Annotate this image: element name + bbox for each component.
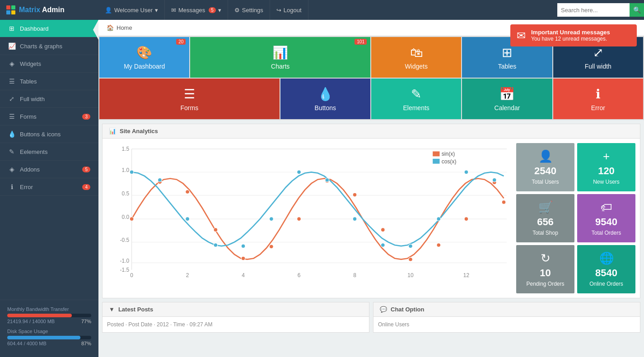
tile-icon: ✎ — [411, 87, 421, 102]
svg-text:2: 2 — [186, 272, 189, 278]
online-users-label: Online Users — [378, 321, 409, 328]
svg-point-36 — [130, 170, 134, 174]
user-icon: 👤 — [105, 7, 112, 14]
sidebar-label: Tables — [20, 78, 37, 85]
posts-icon: ▼ — [109, 306, 115, 313]
tile-badge: 101 — [355, 39, 367, 45]
svg-point-27 — [297, 217, 301, 221]
sidebar-item-addons[interactable]: ◈ Addons 5 — [0, 161, 98, 178]
disk-total: 4000 MB — [27, 341, 47, 346]
sidebar-item-widgets[interactable]: ◈ Widgets — [0, 55, 98, 73]
tile-calendar[interactable]: 📅 Calendar — [462, 79, 552, 119]
breadcrumb-home: Home — [117, 24, 132, 31]
sidebar-label: Full width — [20, 96, 45, 102]
topnav-items: 👤 Welcome User ▾ ✉ Messages 5 ▾ ⚙ Settin… — [98, 0, 644, 20]
sidebar-icon: 💧 — [8, 130, 15, 138]
logout-label: Logout — [284, 7, 302, 14]
settings-menu[interactable]: ⚙ Settings — [228, 0, 270, 20]
sidebar-item-charts-&-graphs[interactable]: 📈 Charts & graphs — [0, 37, 98, 55]
bandwidth-values: 21419.94 / 14000 MB — [7, 319, 55, 324]
svg-point-48 — [464, 170, 468, 174]
card-icon: ↻ — [541, 251, 551, 265]
svg-point-46 — [409, 244, 413, 248]
legend-cos: cos(x) — [442, 158, 457, 165]
card-label: Total Orders — [592, 230, 621, 236]
svg-point-49 — [492, 178, 496, 182]
sidebar-icon: ☰ — [8, 78, 15, 85]
latest-posts-header: ▼ Latest Posts — [103, 302, 369, 317]
gear-icon: ⚙ — [234, 7, 240, 14]
sidebar-label: Eelements — [20, 148, 47, 155]
sidebar-item-eelements[interactable]: ✎ Eelements — [0, 143, 98, 161]
sidebar-item-dashboard[interactable]: ⊞ Dashboard — [0, 20, 98, 37]
disk-values: 604.44 / 4000 MB — [7, 341, 47, 346]
sidebar-item-tables[interactable]: ☰ Tables — [0, 73, 98, 90]
sidebar-item-forms[interactable]: ☰ Forms 3 — [0, 108, 98, 125]
tile-label: Charts — [271, 63, 289, 70]
home-icon: 🏠 — [107, 24, 114, 31]
card-icon: 🌐 — [599, 251, 614, 265]
welcome-user-menu[interactable]: 👤 Welcome User ▾ — [98, 0, 165, 20]
dropdown-arrow: ▾ — [155, 7, 158, 14]
svg-text:-0.5: -0.5 — [120, 237, 129, 243]
sidebar-label: Addons — [20, 166, 40, 173]
svg-text:4: 4 — [242, 272, 245, 278]
tile-buttons[interactable]: 💧 Buttons — [280, 79, 370, 119]
sidebar-icon: ✎ — [8, 148, 15, 155]
bandwidth-bar-bg — [7, 314, 91, 317]
svg-text:-1.0: -1.0 — [120, 258, 129, 264]
tile-icon: ⤢ — [593, 45, 603, 60]
tile-elements[interactable]: ✎ Elements — [371, 79, 461, 119]
logo-yellow — [11, 10, 15, 14]
brand-logo — [6, 5, 15, 14]
tile-error[interactable]: ℹ Error — [553, 79, 643, 119]
stat-card-new-users: + 120 New Users — [577, 143, 635, 191]
card-icon: 🏷 — [601, 200, 612, 214]
sidebar-icon: ◈ — [8, 60, 15, 67]
tile-my-dashboard[interactable]: 20 🎨 My Dashboard — [99, 37, 189, 78]
stat-card-online-orders: 🌐 8540 Online Orders — [577, 245, 635, 293]
sidebar-icon: ℹ — [8, 183, 15, 190]
chart-area: 1.5 1.0 0.5 0.0 -0.5 -1.0 -1.5 — [107, 143, 512, 283]
sidebar-label: Forms — [20, 113, 37, 120]
notification-mail-icon: ✉ — [517, 29, 526, 42]
svg-point-35 — [502, 200, 506, 204]
card-icon: + — [603, 149, 610, 163]
sin-cos-chart: 1.5 1.0 0.5 0.0 -0.5 -1.0 -1.5 — [107, 143, 512, 283]
messages-menu[interactable]: ✉ Messages 5 ▾ — [165, 0, 228, 20]
logout-icon: ↪ — [276, 7, 281, 14]
disk-info: 604.44 / 4000 MB 87% — [7, 341, 91, 346]
sidebar-icon: ◈ — [8, 166, 15, 173]
analytics-section: 📊 Site Analytics 1.5 1.0 0.5 0.0 -0.5 — [102, 124, 640, 298]
svg-point-23 — [186, 190, 190, 194]
svg-point-33 — [464, 217, 468, 221]
stat-card-total-users: 👤 2540 Total Users — [516, 143, 574, 191]
sidebar-item-error[interactable]: ℹ Error 4 — [0, 178, 98, 196]
logo-red — [6, 5, 10, 9]
logout-menu[interactable]: ↪ Logout — [270, 0, 308, 20]
sidebar-badge: 4 — [82, 184, 90, 190]
top-navbar: Matrix Admin 👤 Welcome User ▾ ✉ Messages… — [0, 0, 644, 20]
tile-icon: ℹ — [596, 87, 601, 102]
card-label: Total Users — [532, 179, 559, 185]
tile-charts[interactable]: 101 📊 Charts — [190, 37, 370, 78]
svg-point-26 — [269, 245, 273, 249]
legend-sin: sin(x) — [442, 151, 455, 157]
svg-point-43 — [325, 178, 329, 182]
sidebar-item-full-width[interactable]: ⤢ Full width — [0, 90, 98, 108]
search-input[interactable] — [557, 3, 630, 17]
tile-forms[interactable]: ☰ Forms — [99, 79, 280, 119]
tile-label: Error — [591, 104, 605, 111]
search-button[interactable]: 🔍 — [630, 3, 644, 17]
sidebar-label: Widgets — [20, 60, 41, 67]
svg-point-25 — [241, 256, 245, 260]
tile-widgets[interactable]: 🛍 Widgets — [371, 37, 461, 78]
brand-text: Matrix Admin — [19, 6, 65, 14]
svg-text:1.0: 1.0 — [121, 167, 129, 173]
sidebar-label: Error — [20, 184, 33, 190]
bandwidth-total: 14000 MB — [32, 319, 55, 324]
card-value: 8540 — [595, 267, 617, 279]
tile-label: Widgets — [405, 63, 428, 70]
content-area: 🏠 Home ✉ Important Unread messages You h… — [98, 20, 644, 357]
sidebar-item-buttons-&-icons[interactable]: 💧 Buttons & icons — [0, 125, 98, 143]
